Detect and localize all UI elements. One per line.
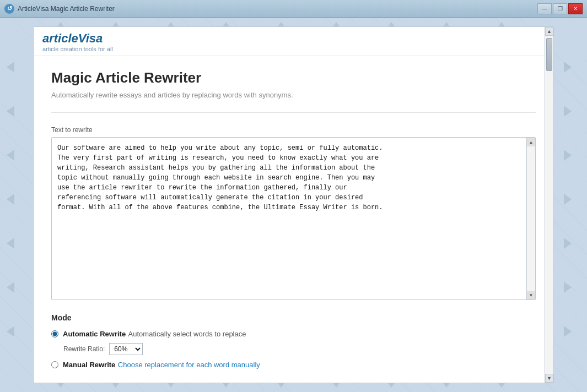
window-controls: — ❐ ✕ [537,3,583,14]
manual-rewrite-desc[interactable]: Choose replacement for each word manuall… [118,361,260,369]
page-title: Magic Article Rewriter [51,69,536,86]
manual-rewrite-option: Manual Rewrite Choose replacement for ea… [51,360,536,369]
automatic-rewrite-label[interactable]: Automatic Rewrite Automatically select w… [63,329,246,339]
content-panel: articleVisa article creation tools for a… [33,26,554,383]
automatic-rewrite-desc: Automatically select words to replace [128,330,246,338]
title-bar-left: ↺ ArticleVisa Magic Article Rewriter [4,4,115,14]
textarea-scroll-track [527,146,535,291]
mode-label: Mode [51,313,536,322]
app-icon: ↺ [4,4,14,14]
rewrite-ratio-row: Rewrite Ratio: 20% 40% 60% 80% 100% [63,343,536,355]
automatic-rewrite-radio[interactable] [51,330,58,337]
logo-area: articleVisa article creation tools for a… [34,27,553,56]
main-area: articleVisa article creation tools for a… [0,18,587,392]
panel-scroll-up-button[interactable]: ▲ [545,27,553,36]
automatic-rewrite-bold-label: Automatic Rewrite [63,330,126,338]
textarea-label: Text to rewrite [51,126,536,134]
manual-rewrite-radio[interactable] [51,361,58,368]
logo-subtitle: article creation tools for all [42,46,545,52]
window-title: ArticleVisa Magic Article Rewriter [18,5,115,13]
panel-scroll-track [545,36,553,374]
rewrite-ratio-select[interactable]: 20% 40% 60% 80% 100% [109,343,143,355]
textarea-scroll-up[interactable]: ▲ [527,138,535,146]
panel-content[interactable]: Magic Article Rewriter Automatically rew… [34,56,553,383]
page-subtitle: Automatically rewrite essays and article… [51,91,536,99]
minimize-button[interactable]: — [537,3,552,14]
automatic-rewrite-option: Automatic Rewrite Automatically select w… [51,329,536,339]
textarea-scrollbar: ▲ ▼ [526,138,535,300]
restore-button[interactable]: ❐ [553,3,567,14]
manual-rewrite-bold-label: Manual Rewrite [63,361,115,369]
textarea-container: ▲ ▼ [51,137,536,300]
textarea-scroll-down[interactable]: ▼ [527,291,535,300]
panel-scroll-down-button[interactable]: ▼ [545,374,553,383]
panel-scroll-thumb[interactable] [546,38,552,71]
logo-text: articleVisa [42,31,545,46]
manual-rewrite-label[interactable]: Manual Rewrite Choose replacement for ea… [63,360,260,369]
title-bar: ↺ ArticleVisa Magic Article Rewriter — ❐… [0,0,587,18]
section-divider [51,112,536,113]
panel-scrollbar: ▲ ▼ [545,27,553,383]
text-to-rewrite-input[interactable] [52,138,535,297]
close-button[interactable]: ✕ [568,3,583,14]
rewrite-ratio-label: Rewrite Ratio: [63,345,105,353]
